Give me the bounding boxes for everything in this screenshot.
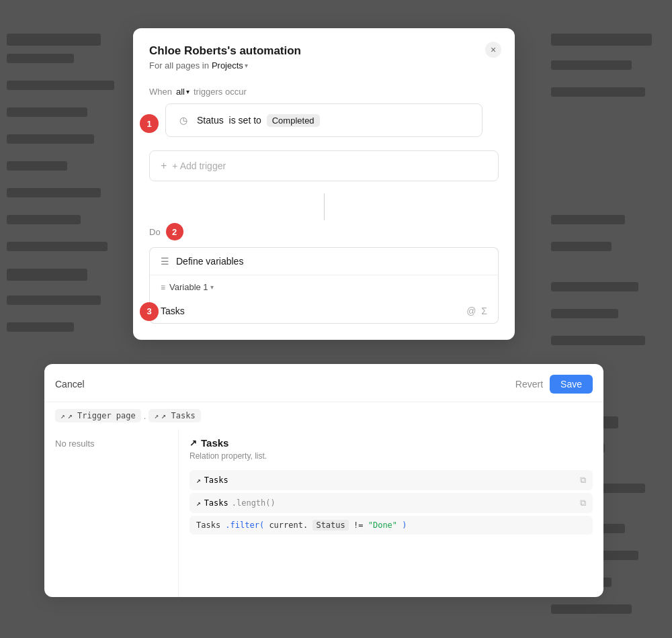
right-panel-title: ↗ Tasks xyxy=(190,437,593,449)
close-button[interactable]: × xyxy=(485,42,501,58)
modal-header: Chloe Roberts's automation For all pages… xyxy=(133,28,515,79)
option-tasks-arrow-icon: ↗ xyxy=(196,476,201,485)
filter-method-text: .filter( xyxy=(225,520,264,530)
filter-close-text: ) xyxy=(402,520,407,530)
vertical-line xyxy=(324,193,325,220)
connector-line xyxy=(133,188,515,223)
revert-button[interactable]: Revert xyxy=(515,379,543,390)
copy-icon-2[interactable]: ⧉ xyxy=(580,498,586,508)
define-vars-label: Define variables xyxy=(176,256,243,267)
tasks-value: Tasks xyxy=(161,306,185,316)
right-panel-subtitle: Relation property, list. xyxy=(190,451,593,461)
step-1-badge: 1 xyxy=(140,114,159,133)
at-icon: @ xyxy=(466,306,476,316)
filter-value-text: "Done" xyxy=(368,520,397,530)
trigger-box[interactable]: ◷ Status is set to Completed xyxy=(165,103,482,137)
breadcrumb-row: ↗ ↗ Trigger page . ↗ ↗ Tasks xyxy=(44,402,603,429)
tasks-input-box[interactable]: Tasks @ Σ xyxy=(149,299,499,324)
option-tasks-length[interactable]: ↗ Tasks .length() ⧉ xyxy=(190,493,593,513)
variable-row: ≡ Variable 1 ▾ xyxy=(149,275,499,299)
subtitle-prefix: For all pages in xyxy=(149,60,209,71)
project-chevron-icon: ▾ xyxy=(245,62,248,69)
plus-icon: + xyxy=(161,160,167,172)
all-chevron-icon: ▾ xyxy=(186,88,190,95)
completed-badge: Completed xyxy=(267,114,320,127)
triggers-label: triggers occur xyxy=(194,87,247,97)
filter-status-badge: Status xyxy=(312,520,348,531)
dropdown-modal: Cancel Revert Save ↗ ↗ Trigger page . ↗ … xyxy=(44,364,603,597)
right-panel-title-text: Tasks xyxy=(201,437,228,449)
copy-icon-1[interactable]: ⧉ xyxy=(580,475,586,486)
modal-title: Chloe Roberts's automation xyxy=(149,44,499,58)
do-label: Do xyxy=(149,227,161,237)
define-variables-box[interactable]: ☰ Define variables xyxy=(149,247,499,275)
option-tasks-label: ↗ Tasks xyxy=(196,475,228,485)
filter-tasks-text: Tasks xyxy=(196,520,220,530)
option-tasks-length-label: ↗ Tasks .length() xyxy=(196,498,276,508)
tasks-arrow-icon: ↗ xyxy=(190,438,197,448)
variable-1-label[interactable]: Variable 1 ▾ xyxy=(169,282,214,292)
step-2-badge: 2 xyxy=(166,223,183,240)
is-set-to-text: is set to xyxy=(229,115,261,126)
breadcrumb-trigger-page[interactable]: ↗ ↗ Trigger page xyxy=(55,409,141,422)
dropdown-left-panel: No results xyxy=(44,429,179,597)
trigger-row-wrapper: 1 ◷ Status is set to Completed xyxy=(149,103,499,144)
option-tasks-length-arrow-icon: ↗ xyxy=(196,499,201,508)
breadcrumb-arrow-2-icon: ↗ xyxy=(154,412,159,420)
define-vars-icon: ☰ xyxy=(161,256,169,267)
when-section: When all ▾ triggers occur 1 ◷ Status is … xyxy=(133,79,515,150)
add-trigger-label: + Add trigger xyxy=(172,161,226,171)
sigma-icon: Σ xyxy=(481,306,487,316)
option-tasks[interactable]: ↗ Tasks ⧉ xyxy=(190,470,593,490)
clock-icon: ◷ xyxy=(177,113,190,127)
when-label: When xyxy=(149,87,172,97)
breadcrumb-arrow-1-icon: ↗ xyxy=(60,412,65,420)
variable-chevron-icon: ▾ xyxy=(210,283,214,291)
no-results-text: No results xyxy=(55,439,95,449)
project-name[interactable]: Projects ▾ xyxy=(212,60,248,71)
filter-current-text: current. xyxy=(269,520,312,530)
three-lines-icon: ≡ xyxy=(161,283,165,292)
filter-item[interactable]: Tasks .filter( current. Status != "Done"… xyxy=(190,516,593,535)
do-section: Do 2 xyxy=(133,223,515,240)
actions-right: Revert Save xyxy=(515,375,593,394)
all-toggle[interactable]: all ▾ xyxy=(176,87,190,97)
breadcrumb-tasks[interactable]: ↗ ↗ Tasks xyxy=(149,409,200,422)
tasks-input-icons: @ Σ xyxy=(466,306,487,316)
step-3-badge: 3 xyxy=(140,302,159,321)
tasks-row-wrapper: 3 Tasks @ Σ xyxy=(149,299,499,324)
trigger-text: Status is set to Completed xyxy=(197,115,320,126)
dropdown-content: No results ↗ Tasks Relation property, li… xyxy=(44,429,603,597)
modal-subtitle: For all pages in Projects ▾ xyxy=(149,60,499,71)
automation-modal: Chloe Roberts's automation For all pages… xyxy=(133,28,515,340)
add-trigger-box[interactable]: + + Add trigger xyxy=(149,150,499,181)
dropdown-right-panel: ↗ Tasks Relation property, list. ↗ Tasks… xyxy=(179,429,603,597)
when-row: When all ▾ triggers occur xyxy=(149,87,499,97)
dropdown-toolbar: Cancel Revert Save xyxy=(44,375,603,402)
cancel-button[interactable]: Cancel xyxy=(55,376,85,392)
save-button[interactable]: Save xyxy=(550,375,593,394)
breadcrumb-dot: . xyxy=(144,411,146,421)
